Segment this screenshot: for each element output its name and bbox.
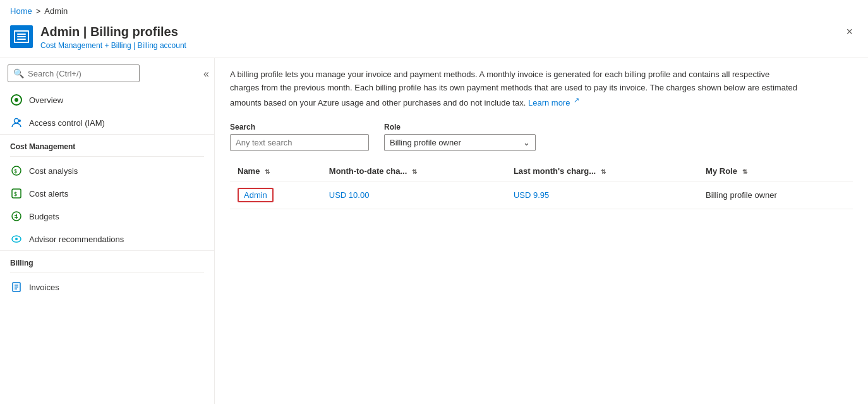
col-last-month: Last month's charg... ⇅ [506, 161, 698, 181]
svg-point-10 [15, 238, 18, 240]
admin-cell-highlight: Admin [238, 188, 274, 202]
col-my-role: My Role ⇅ [698, 161, 853, 181]
svg-point-1 [15, 98, 18, 102]
cost-analysis-icon: $ [10, 164, 23, 177]
search-filter-label: Search [230, 123, 369, 132]
sidebar-nav: Overview Access control (IAM) Cost Manag… [0, 89, 214, 404]
role-filter-select[interactable]: Billing profile owner ⌄ [384, 134, 536, 151]
sidebar-item-overview[interactable]: Overview [0, 89, 214, 111]
role-filter-value: Billing profile owner [390, 138, 461, 147]
svg-text:$: $ [14, 168, 17, 174]
role-filter-group: Role Billing profile owner ⌄ [384, 123, 536, 151]
sidebar-item-label: Access control (IAM) [29, 118, 105, 128]
sidebar-item-label: Cost analysis [29, 166, 78, 176]
section-divider [10, 272, 204, 273]
budgets-icon [10, 210, 23, 223]
my-role-value: Billing profile owner [706, 190, 777, 200]
cell-last-month: USD 9.95 [506, 181, 698, 209]
cell-month-to-date: USD 10.00 [322, 181, 506, 209]
search-filter-input[interactable] [230, 134, 369, 151]
breadcrumb: Home > Admin [0, 0, 868, 18]
sidebar-search-container[interactable]: 🔍 [8, 64, 140, 82]
cell-my-role: Billing profile owner [698, 181, 853, 209]
sidebar-item-label: Overview [29, 95, 63, 105]
page-header-left: Admin | Billing profiles Cost Management… [10, 23, 186, 50]
page-icon [10, 25, 33, 48]
external-link-icon: ↗ [574, 96, 579, 104]
search-input[interactable] [28, 69, 134, 78]
breadcrumb-home[interactable]: Home [10, 6, 32, 16]
month-to-date-value: USD 10.00 [329, 190, 370, 200]
main-content: A billing profile lets you manage your i… [215, 58, 868, 404]
sidebar-item-label: Invoices [29, 283, 59, 292]
advisor-icon [10, 233, 23, 245]
billing-profiles-icon [14, 30, 29, 43]
col-name: Name ⇅ [230, 161, 322, 181]
col-month-to-date: Month-to-date cha... ⇅ [322, 161, 506, 181]
role-filter-label: Role [384, 123, 536, 132]
sort-icon[interactable]: ⇅ [742, 168, 747, 175]
main-layout: 🔍 « Overview Access control (IAM) Cost M… [0, 58, 868, 404]
chevron-down-icon: ⌄ [523, 138, 530, 147]
breadcrumb-separator: > [36, 6, 41, 16]
search-icon: 🔍 [13, 68, 24, 78]
page-title-group: Admin | Billing profiles Cost Management… [40, 23, 186, 50]
filters-row: Search Role Billing profile owner ⌄ [230, 123, 853, 151]
search-filter-group: Search [230, 123, 369, 151]
iam-icon [10, 116, 23, 129]
sidebar-item-advisor[interactable]: Advisor recommendations [0, 228, 214, 250]
overview-icon [10, 94, 23, 106]
cost-management-section-label: Cost Management [0, 134, 214, 154]
sidebar-item-budgets[interactable]: Budgets [0, 205, 214, 228]
sidebar-item-label: Budgets [29, 212, 59, 221]
svg-point-2 [15, 119, 19, 123]
page-subtitle: Cost Management + Billing | Billing acco… [40, 41, 186, 50]
admin-link[interactable]: Admin [244, 190, 267, 200]
page-header: Admin | Billing profiles Cost Management… [0, 18, 868, 58]
last-month-value: USD 9.95 [514, 190, 549, 200]
sidebar-item-iam[interactable]: Access control (IAM) [0, 111, 214, 134]
table-row: Admin USD 10.00 USD 9.95 Billing profile… [230, 181, 853, 209]
description-text: A billing profile lets you manage your i… [230, 68, 799, 110]
cell-name: Admin [230, 181, 322, 209]
breadcrumb-current: Admin [44, 6, 68, 16]
section-divider [10, 156, 204, 157]
sort-icon[interactable]: ⇅ [412, 168, 417, 175]
page-title: Admin | Billing profiles [40, 23, 186, 40]
close-button[interactable]: × [841, 23, 858, 40]
svg-text:$: $ [14, 191, 17, 197]
billing-section-label: Billing [0, 250, 214, 270]
table-header: Name ⇅ Month-to-date cha... ⇅ Last month… [230, 161, 853, 181]
sort-icon[interactable]: ⇅ [265, 168, 270, 175]
svg-point-3 [18, 119, 21, 122]
sidebar-item-label: Cost alerts [29, 189, 68, 199]
sidebar-item-invoices[interactable]: Invoices [0, 276, 214, 298]
billing-profiles-table: Name ⇅ Month-to-date cha... ⇅ Last month… [230, 161, 853, 209]
invoices-icon [10, 281, 23, 293]
sidebar-item-cost-alerts[interactable]: $ Cost alerts [0, 182, 214, 205]
sidebar-item-cost-analysis[interactable]: $ Cost analysis [0, 159, 214, 182]
table-body: Admin USD 10.00 USD 9.95 Billing profile… [230, 181, 853, 209]
sort-icon[interactable]: ⇅ [601, 168, 606, 175]
sidebar-item-label: Advisor recommendations [29, 235, 124, 244]
sidebar: 🔍 « Overview Access control (IAM) Cost M… [0, 58, 215, 404]
collapse-sidebar-button[interactable]: « [198, 64, 214, 83]
cost-alerts-icon: $ [10, 187, 23, 200]
learn-more-link[interactable]: Learn more ↗ [528, 98, 579, 107]
